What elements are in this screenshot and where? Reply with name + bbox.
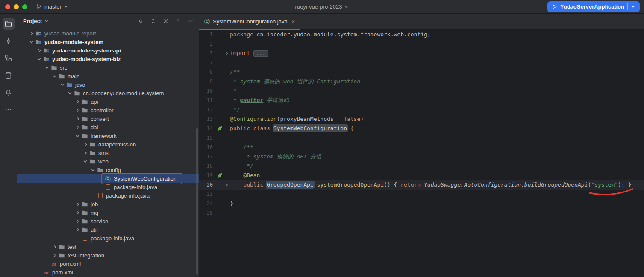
scrollbar[interactable] [196, 128, 198, 275]
tree-item-main[interactable]: main [17, 72, 199, 80]
code-line-10[interactable]: 10 * [199, 86, 644, 96]
project-title-widget[interactable]: ruoyi-vue-pro-2023 [295, 0, 349, 13]
chevron-right-icon[interactable] [51, 252, 58, 259]
chevron-right-icon[interactable] [74, 98, 81, 105]
run-configuration-button[interactable]: YudaoServerApplication [547, 1, 640, 12]
tab-systemwebconfiguration-java[interactable]: C SystemWebConfiguration.java × [199, 14, 300, 29]
tree-item-yudao-module-report[interactable]: yudao-module-report [17, 29, 199, 38]
tree-item-src[interactable]: src [17, 63, 199, 72]
code-line-8[interactable]: 8/** [199, 67, 644, 77]
project-panel-title[interactable]: Project [23, 18, 42, 24]
tree-item-dal[interactable]: dal [17, 123, 199, 131]
maven-icon: m [50, 260, 58, 267]
tree-item-datapermission[interactable]: datapermission [17, 140, 199, 149]
tree-item-yudao-module-system-biz[interactable]: yudao-module-system-biz [17, 55, 199, 63]
code-line-19[interactable]: 19 @Bean [199, 171, 644, 180]
collapse-all-icon[interactable] [162, 17, 169, 24]
tree-item-java[interactable]: java [17, 80, 199, 89]
tree-item-sms[interactable]: sms [17, 149, 199, 157]
chevron-right-icon[interactable] [36, 47, 43, 54]
code-line-11[interactable]: 11 * @author 芋道源码 [199, 96, 644, 105]
chevron-right-icon[interactable] [74, 209, 81, 216]
chevron-down-icon[interactable] [90, 166, 97, 173]
tree-item-controller[interactable]: controller [17, 106, 199, 114]
tree-item-job[interactable]: job [17, 200, 199, 208]
chevron-right-icon[interactable] [74, 124, 81, 131]
tree-item-test-integration[interactable]: test-integration [17, 251, 199, 260]
chevron-down-icon[interactable] [36, 55, 43, 62]
code-line-3[interactable]: 3import ... [199, 49, 644, 58]
code-line-7[interactable]: 7 [199, 58, 644, 67]
tree-item-web[interactable]: web [17, 157, 199, 166]
tree-item-service[interactable]: service [17, 217, 199, 225]
code-line-9[interactable]: 9 * system 模块的 web 组件的 Configuration [199, 77, 644, 86]
tree-item-cn-iocoder-yudao-module-system[interactable]: cn.iocoder.yudao.module.system [17, 89, 199, 97]
tree-item-config[interactable]: config [17, 166, 199, 174]
notifications-icon[interactable] [3, 86, 15, 98]
code-line-1[interactable]: 1package cn.iocoder.yudao.module.system.… [199, 30, 644, 39]
tree-item-package-info-java[interactable]: package-info.java [17, 183, 199, 191]
code-line-24[interactable]: 24} [199, 199, 644, 208]
code-line-17[interactable]: 17 * system 模块的 API 分组 [199, 152, 644, 161]
tree-item-yudao-module-system[interactable]: yudao-module-system [17, 38, 199, 46]
code-line-18[interactable]: 18 */ [199, 161, 644, 171]
chevron-right-icon[interactable] [74, 218, 81, 225]
chevron-down-icon[interactable] [28, 38, 35, 45]
fold-marker-icon[interactable] [223, 183, 230, 187]
code-text: import ... [230, 49, 268, 58]
structure-icon[interactable] [3, 52, 15, 64]
chevron-down-icon[interactable] [67, 90, 74, 96]
close-window-button[interactable] [5, 4, 10, 9]
more-icon[interactable] [3, 103, 15, 115]
expand-all-icon[interactable] [150, 17, 156, 24]
git-branch-widget[interactable]: master [36, 3, 68, 10]
tree-item-framework[interactable]: framework [17, 131, 199, 140]
chevron-right-icon[interactable] [28, 30, 35, 37]
code-line-12[interactable]: 12 */ [199, 105, 644, 114]
chevron-down-icon[interactable] [51, 73, 58, 79]
tree-item-pom-xml[interactable]: mpom.xml [17, 260, 199, 268]
locate-icon[interactable] [137, 17, 144, 24]
chevron-right-icon[interactable] [74, 201, 81, 207]
chevron-down-icon[interactable] [44, 64, 50, 71]
chevron-right-icon[interactable] [82, 141, 89, 148]
database-icon[interactable] [3, 69, 15, 81]
tree-item-test[interactable]: test [17, 242, 199, 251]
chevron-down-icon[interactable] [74, 132, 81, 139]
tree-item-convert[interactable]: convert [17, 114, 199, 123]
code-line-23[interactable]: 23 [199, 190, 644, 199]
commit-icon[interactable] [3, 35, 15, 47]
code-line-20[interactable]: 20 public GroupedOpenApi systemGroupedOp… [199, 180, 644, 190]
more-options-icon[interactable] [174, 17, 181, 24]
chevron-down-icon[interactable] [82, 158, 89, 165]
tree-item-api[interactable]: api [17, 97, 199, 106]
code-line-16[interactable]: 16 /** [199, 143, 644, 152]
tree-item-systemwebconfiguration[interactable]: CSystemWebConfiguration [17, 174, 199, 183]
tree-item-label: convert [91, 116, 109, 122]
fold-marker-icon[interactable] [223, 52, 230, 55]
tree-item-package-info-java[interactable]: package-info.java [17, 234, 199, 242]
project-icon[interactable] [3, 18, 15, 30]
minimize-window-button[interactable] [14, 4, 19, 9]
zoom-window-button[interactable] [22, 4, 27, 9]
chevron-right-icon[interactable] [74, 107, 81, 114]
tree-item-mq[interactable]: mq [17, 208, 199, 217]
chevron-right-icon[interactable] [74, 226, 81, 233]
tree-item-package-info-java[interactable]: package-info.java [17, 191, 199, 200]
spring-bean-icon[interactable] [216, 173, 223, 178]
code-line-15[interactable]: 15 [199, 133, 644, 143]
hide-panel-icon[interactable] [187, 17, 194, 24]
chevron-right-icon[interactable] [82, 149, 89, 156]
code-line-2[interactable]: 2 [199, 39, 644, 49]
chevron-down-icon[interactable] [59, 81, 66, 88]
tree-item-util[interactable]: util [17, 225, 199, 234]
close-tab-icon[interactable]: × [291, 18, 295, 25]
chevron-right-icon[interactable] [74, 115, 81, 122]
code-line-25[interactable]: 25 [199, 208, 644, 218]
tree-item-pom-xml[interactable]: mpom.xml [17, 268, 199, 277]
code-line-14[interactable]: 14public class SystemWebConfiguration { [199, 124, 644, 133]
tree-item-yudao-module-system-api[interactable]: yudao-module-system-api [17, 46, 199, 55]
code-line-13[interactable]: 13@Configuration(proxyBeanMethods = fals… [199, 114, 644, 124]
chevron-right-icon[interactable] [51, 243, 58, 250]
spring-bean-icon[interactable] [216, 126, 223, 131]
